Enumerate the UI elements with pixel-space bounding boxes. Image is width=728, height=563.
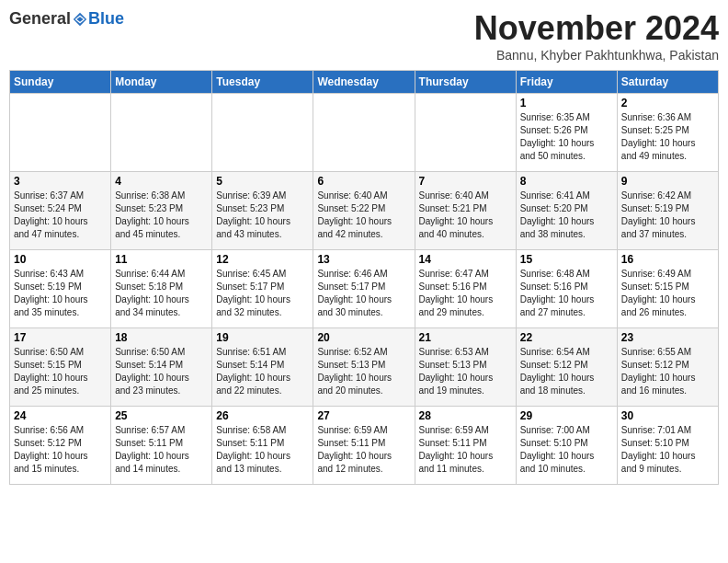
day-info: Sunrise: 6:46 AM Sunset: 5:17 PM Dayligh…	[317, 268, 410, 319]
weekday-header: Saturday	[617, 71, 718, 94]
day-number: 5	[216, 175, 309, 188]
calendar-cell: 12Sunrise: 6:45 AM Sunset: 5:17 PM Dayli…	[212, 250, 313, 328]
day-info: Sunrise: 6:52 AM Sunset: 5:13 PM Dayligh…	[317, 346, 410, 397]
calendar-header-row: SundayMondayTuesdayWednesdayThursdayFrid…	[10, 71, 719, 94]
weekday-header: Thursday	[415, 71, 516, 94]
calendar-cell	[415, 94, 516, 172]
title-block: November 2024 Bannu, Khyber Pakhtunkhwa,…	[474, 9, 719, 63]
day-info: Sunrise: 6:54 AM Sunset: 5:12 PM Dayligh…	[520, 346, 613, 397]
weekday-header: Wednesday	[313, 71, 415, 94]
calendar-cell: 20Sunrise: 6:52 AM Sunset: 5:13 PM Dayli…	[313, 328, 415, 407]
day-info: Sunrise: 6:39 AM Sunset: 5:23 PM Dayligh…	[216, 190, 309, 241]
day-number: 12	[216, 253, 309, 266]
weekday-header: Tuesday	[212, 71, 313, 94]
day-info: Sunrise: 6:59 AM Sunset: 5:11 PM Dayligh…	[419, 424, 512, 476]
day-info: Sunrise: 7:00 AM Sunset: 5:10 PM Dayligh…	[520, 424, 613, 476]
calendar-cell: 18Sunrise: 6:50 AM Sunset: 5:14 PM Dayli…	[111, 328, 212, 407]
weekday-header: Sunday	[10, 71, 111, 94]
day-number: 3	[14, 175, 107, 188]
day-info: Sunrise: 6:40 AM Sunset: 5:21 PM Dayligh…	[419, 190, 512, 241]
calendar-cell	[212, 94, 313, 172]
calendar-cell: 21Sunrise: 6:53 AM Sunset: 5:13 PM Dayli…	[415, 328, 516, 407]
day-number: 25	[115, 409, 208, 422]
calendar-cell: 30Sunrise: 7:01 AM Sunset: 5:10 PM Dayli…	[617, 407, 718, 485]
day-number: 11	[115, 253, 208, 266]
day-info: Sunrise: 6:59 AM Sunset: 5:11 PM Dayligh…	[317, 424, 410, 476]
calendar-cell: 2Sunrise: 6:36 AM Sunset: 5:25 PM Daylig…	[617, 94, 718, 172]
calendar-cell	[111, 94, 212, 172]
calendar-cell: 1Sunrise: 6:35 AM Sunset: 5:26 PM Daylig…	[516, 94, 617, 172]
logo: General Blue	[9, 9, 124, 29]
day-number: 15	[520, 253, 613, 266]
calendar-cell: 26Sunrise: 6:58 AM Sunset: 5:11 PM Dayli…	[212, 407, 313, 485]
logo-general-text: General	[9, 9, 71, 29]
calendar-cell: 17Sunrise: 6:50 AM Sunset: 5:15 PM Dayli…	[10, 328, 111, 407]
calendar-cell: 23Sunrise: 6:55 AM Sunset: 5:12 PM Dayli…	[617, 328, 718, 407]
calendar-cell: 29Sunrise: 7:00 AM Sunset: 5:10 PM Dayli…	[516, 407, 617, 485]
day-info: Sunrise: 6:49 AM Sunset: 5:15 PM Dayligh…	[621, 268, 714, 319]
day-info: Sunrise: 6:44 AM Sunset: 5:18 PM Dayligh…	[115, 268, 208, 319]
calendar-cell: 9Sunrise: 6:42 AM Sunset: 5:19 PM Daylig…	[617, 172, 718, 250]
calendar-cell: 28Sunrise: 6:59 AM Sunset: 5:11 PM Dayli…	[415, 407, 516, 485]
calendar-week-row: 3Sunrise: 6:37 AM Sunset: 5:24 PM Daylig…	[10, 172, 719, 250]
day-number: 1	[520, 97, 613, 109]
day-number: 13	[317, 253, 410, 266]
calendar-cell: 10Sunrise: 6:43 AM Sunset: 5:19 PM Dayli…	[10, 250, 111, 328]
weekday-header: Friday	[516, 71, 617, 94]
day-number: 9	[621, 175, 714, 188]
day-number: 21	[419, 331, 512, 344]
day-info: Sunrise: 6:50 AM Sunset: 5:14 PM Dayligh…	[115, 346, 208, 397]
calendar-week-row: 1Sunrise: 6:35 AM Sunset: 5:26 PM Daylig…	[10, 94, 719, 172]
calendar-cell: 15Sunrise: 6:48 AM Sunset: 5:16 PM Dayli…	[516, 250, 617, 328]
day-info: Sunrise: 6:35 AM Sunset: 5:26 PM Dayligh…	[520, 111, 613, 163]
calendar-cell: 4Sunrise: 6:38 AM Sunset: 5:23 PM Daylig…	[111, 172, 212, 250]
day-number: 24	[14, 409, 107, 422]
day-number: 26	[216, 409, 309, 422]
day-number: 29	[520, 409, 613, 422]
calendar-cell: 11Sunrise: 6:44 AM Sunset: 5:18 PM Dayli…	[111, 250, 212, 328]
day-info: Sunrise: 6:41 AM Sunset: 5:20 PM Dayligh…	[520, 190, 613, 241]
day-number: 10	[14, 253, 107, 266]
day-number: 17	[14, 331, 107, 344]
day-info: Sunrise: 6:37 AM Sunset: 5:24 PM Dayligh…	[14, 190, 107, 241]
day-info: Sunrise: 6:38 AM Sunset: 5:23 PM Dayligh…	[115, 190, 208, 241]
day-number: 7	[419, 175, 512, 188]
calendar-table: SundayMondayTuesdayWednesdayThursdayFrid…	[9, 70, 719, 485]
calendar-cell: 5Sunrise: 6:39 AM Sunset: 5:23 PM Daylig…	[212, 172, 313, 250]
day-info: Sunrise: 6:42 AM Sunset: 5:19 PM Dayligh…	[621, 190, 714, 241]
day-info: Sunrise: 6:55 AM Sunset: 5:12 PM Dayligh…	[621, 346, 714, 397]
day-info: Sunrise: 6:51 AM Sunset: 5:14 PM Dayligh…	[216, 346, 309, 397]
day-number: 16	[621, 253, 714, 266]
day-info: Sunrise: 6:58 AM Sunset: 5:11 PM Dayligh…	[216, 424, 309, 476]
logo-blue-text: Blue	[88, 9, 124, 29]
calendar-cell: 3Sunrise: 6:37 AM Sunset: 5:24 PM Daylig…	[10, 172, 111, 250]
day-number: 8	[520, 175, 613, 188]
day-number: 2	[621, 97, 714, 109]
day-number: 6	[317, 175, 410, 188]
day-number: 4	[115, 175, 208, 188]
calendar-cell: 13Sunrise: 6:46 AM Sunset: 5:17 PM Dayli…	[313, 250, 415, 328]
day-info: Sunrise: 6:45 AM Sunset: 5:17 PM Dayligh…	[216, 268, 309, 319]
calendar-cell: 14Sunrise: 6:47 AM Sunset: 5:16 PM Dayli…	[415, 250, 516, 328]
day-info: Sunrise: 6:48 AM Sunset: 5:16 PM Dayligh…	[520, 268, 613, 319]
calendar-cell: 24Sunrise: 6:56 AM Sunset: 5:12 PM Dayli…	[10, 407, 111, 485]
day-number: 22	[520, 331, 613, 344]
calendar-cell: 7Sunrise: 6:40 AM Sunset: 5:21 PM Daylig…	[415, 172, 516, 250]
calendar-cell	[313, 94, 415, 172]
day-info: Sunrise: 6:40 AM Sunset: 5:22 PM Dayligh…	[317, 190, 410, 241]
calendar-cell: 16Sunrise: 6:49 AM Sunset: 5:15 PM Dayli…	[617, 250, 718, 328]
month-title: November 2024	[474, 9, 719, 48]
logo-icon	[72, 11, 88, 28]
day-number: 18	[115, 331, 208, 344]
day-info: Sunrise: 6:43 AM Sunset: 5:19 PM Dayligh…	[14, 268, 107, 319]
day-info: Sunrise: 6:57 AM Sunset: 5:11 PM Dayligh…	[115, 424, 208, 476]
calendar-cell	[10, 94, 111, 172]
day-info: Sunrise: 6:47 AM Sunset: 5:16 PM Dayligh…	[419, 268, 512, 319]
day-number: 19	[216, 331, 309, 344]
day-info: Sunrise: 6:56 AM Sunset: 5:12 PM Dayligh…	[14, 424, 107, 476]
day-info: Sunrise: 7:01 AM Sunset: 5:10 PM Dayligh…	[621, 424, 714, 476]
location-subtitle: Bannu, Khyber Pakhtunkhwa, Pakistan	[474, 48, 719, 63]
day-number: 14	[419, 253, 512, 266]
day-number: 23	[621, 331, 714, 344]
day-number: 30	[621, 409, 714, 422]
